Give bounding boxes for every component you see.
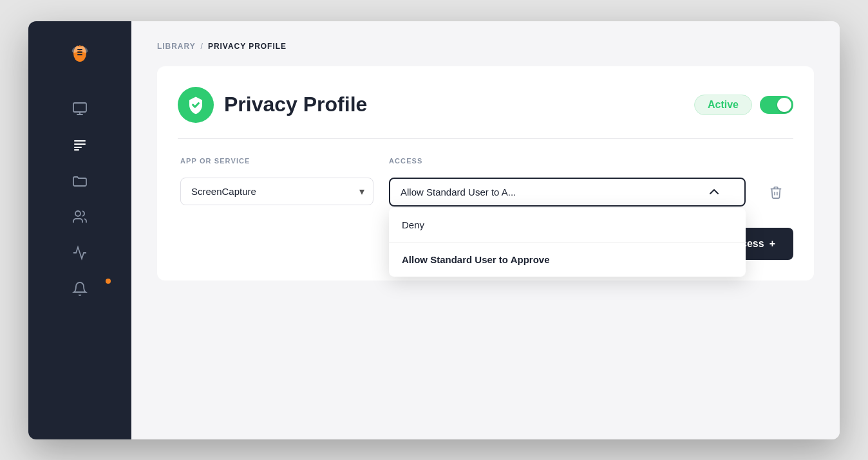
breadcrumb-parent[interactable]: LIBRARY xyxy=(157,42,196,51)
shield-icon xyxy=(186,95,205,115)
trash-icon xyxy=(769,185,783,199)
toggle-knob xyxy=(777,98,791,112)
profile-icon xyxy=(178,87,214,123)
notification-dot xyxy=(106,279,111,284)
bell-icon xyxy=(72,281,88,297)
svg-point-14 xyxy=(75,211,80,216)
logo xyxy=(66,37,94,68)
active-toggle[interactable] xyxy=(760,96,793,114)
profile-header: Privacy Profile Active xyxy=(178,87,793,139)
sidebar-item-users[interactable] xyxy=(28,201,131,232)
svg-rect-12 xyxy=(74,147,82,148)
svg-point-7 xyxy=(78,44,80,46)
sidebar-item-activity[interactable] xyxy=(28,237,131,268)
profile-card: Privacy Profile Active APP OR SERVICE AC… xyxy=(157,66,814,281)
svg-rect-4 xyxy=(77,51,82,53)
col-header-app: APP OR SERVICE xyxy=(180,157,373,165)
list-icon xyxy=(72,137,88,152)
svg-rect-13 xyxy=(74,149,79,151)
add-app-plus: + xyxy=(769,238,775,250)
sidebar-navigation xyxy=(28,93,131,304)
svg-rect-5 xyxy=(77,54,82,55)
sidebar xyxy=(28,21,131,439)
dropdown-arrow-up-icon xyxy=(710,189,719,195)
monitor-icon xyxy=(72,101,88,116)
breadcrumb-separator: / xyxy=(201,42,203,51)
sidebar-item-devices[interactable] xyxy=(28,93,131,124)
svg-rect-9 xyxy=(73,103,86,112)
dropdown-item-deny[interactable]: Deny xyxy=(389,208,746,243)
activity-icon xyxy=(72,245,88,261)
app-select-wrapper: ScreenCapture ▾ xyxy=(180,178,373,205)
col-header-access: ACCESS xyxy=(389,157,791,165)
delete-row-button[interactable] xyxy=(761,178,791,207)
breadcrumb: LIBRARY / PRIVACY PROFILE xyxy=(157,42,814,51)
sidebar-item-notifications[interactable] xyxy=(28,273,131,304)
app-select[interactable]: ScreenCapture xyxy=(180,178,373,205)
table-row: ScreenCapture ▾ Allow Standard User to A… xyxy=(178,175,793,210)
profile-title: Privacy Profile xyxy=(224,93,367,116)
users-icon xyxy=(72,209,88,225)
svg-rect-3 xyxy=(77,49,82,50)
access-select-button[interactable]: Allow Standard User to A... xyxy=(389,178,746,207)
svg-rect-10 xyxy=(74,140,86,142)
access-dropdown-wrapper: Allow Standard User to A... Deny Allow S… xyxy=(389,178,746,207)
app-window: LIBRARY / PRIVACY PROFILE Privacy Profil… xyxy=(28,21,840,439)
sidebar-item-files[interactable] xyxy=(28,165,131,196)
profile-status-group: Active xyxy=(694,95,793,115)
folder-icon xyxy=(72,173,88,189)
main-content: LIBRARY / PRIVACY PROFILE Privacy Profil… xyxy=(131,21,840,439)
access-dropdown-menu: Deny Allow Standard User to Approve xyxy=(389,208,746,277)
svg-rect-11 xyxy=(74,143,86,145)
table-header: APP OR SERVICE ACCESS xyxy=(178,157,793,165)
breadcrumb-current: PRIVACY PROFILE xyxy=(208,42,287,51)
access-select-value: Allow Standard User to A... xyxy=(401,187,516,198)
svg-point-8 xyxy=(80,44,82,46)
profile-title-group: Privacy Profile xyxy=(178,87,367,123)
sidebar-item-library[interactable] xyxy=(28,129,131,160)
status-badge: Active xyxy=(694,95,752,115)
dropdown-item-allow-standard[interactable]: Allow Standard User to Approve xyxy=(389,243,746,277)
